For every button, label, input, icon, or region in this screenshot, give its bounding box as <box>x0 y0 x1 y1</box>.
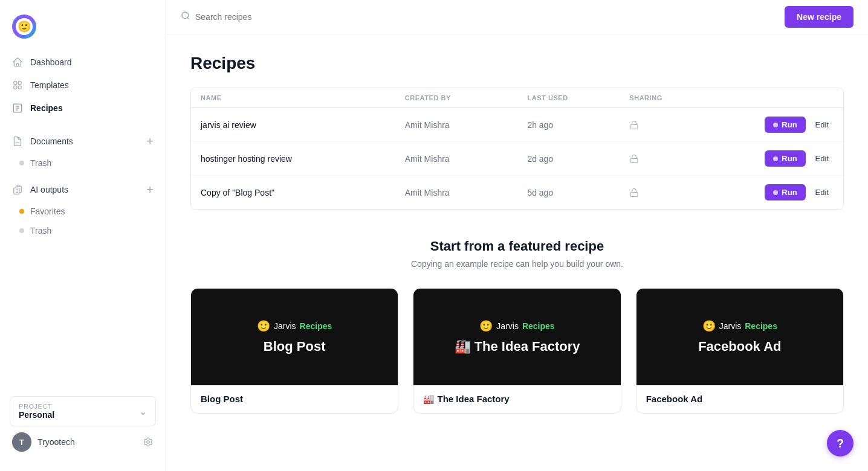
col-last-used: LAST USED <box>527 94 629 101</box>
recipe-date-2: 5d ago <box>527 188 629 197</box>
col-name: NAME <box>201 94 405 101</box>
edit-button-1[interactable]: Edit <box>811 150 834 167</box>
nav-label-documents: Documents <box>30 136 73 146</box>
chevron-down-icon: ⌄ <box>139 406 147 417</box>
card-title-blog-post: Blog Post <box>254 339 335 354</box>
nav-label-dashboard: Dashboard <box>30 57 72 67</box>
user-row: T Tryootech <box>10 426 156 452</box>
card-bottom-blog-post: Blog Post <box>191 385 398 412</box>
logo-face: 🙂 <box>18 20 31 33</box>
avatar: T <box>12 432 31 452</box>
run-button-2[interactable]: Run <box>765 184 805 200</box>
col-sharing: SHARING <box>629 94 731 101</box>
card-brand-3: 🙂 Jarvis Recipes <box>702 319 777 333</box>
card-label-facebook-ad: Facebook Ad <box>646 394 834 404</box>
search-area <box>181 8 777 25</box>
card-image-facebook-ad: 🙂 Jarvis Recipes Facebook Ad <box>636 289 843 385</box>
card-image-idea-factory: 🙂 Jarvis Recipes 🏭 The Idea Factory <box>413 289 620 385</box>
table-row: hostinger hosting review Amit Mishra 2d … <box>191 142 843 176</box>
jarvis-logo-icon-3: 🙂 <box>702 319 716 333</box>
question-mark-icon: ? <box>837 437 844 450</box>
card-title-idea-factory: 🏭 The Idea Factory <box>445 339 590 354</box>
recipe-date-0: 2h ago <box>527 120 629 130</box>
nav-item-documents[interactable]: Documents + <box>0 129 166 153</box>
recipe-name-2: Copy of "Blog Post" <box>201 188 405 197</box>
featured-title: Start from a featured recipe <box>190 239 844 254</box>
card-label-idea-factory: 🏭 The Idea Factory <box>423 394 611 405</box>
card-title-facebook-ad: Facebook Ad <box>688 339 791 354</box>
recipe-creator-0: Amit Mishra <box>405 120 528 130</box>
recipe-sharing-1 <box>629 154 731 164</box>
svg-point-6 <box>182 12 189 19</box>
book-icon <box>12 103 23 114</box>
card-brand-2: 🙂 Jarvis Recipes <box>479 319 554 333</box>
ai-trash-dot <box>19 228 24 233</box>
nav-label-recipes: Recipes <box>30 103 63 113</box>
favorites-dot <box>19 209 24 214</box>
user-name: Tryootech <box>37 437 137 447</box>
home-icon <box>12 57 23 68</box>
search-icon <box>181 11 190 23</box>
recipe-sharing-0 <box>629 120 731 130</box>
featured-card-idea-factory[interactable]: 🙂 Jarvis Recipes 🏭 The Idea Factory 🏭 Th… <box>413 288 621 414</box>
nav-label-ai-trash: Trash <box>30 226 51 236</box>
card-brand: 🙂 Jarvis Recipes <box>257 319 332 333</box>
table-row: Copy of "Blog Post" Amit Mishra 5d ago R… <box>191 176 843 209</box>
nav-item-recipes[interactable]: Recipes <box>0 97 166 120</box>
search-input[interactable] <box>195 12 777 22</box>
featured-subtitle: Copying an example recipe can help you b… <box>190 259 844 269</box>
nav-item-templates[interactable]: Templates <box>0 74 166 97</box>
logo-icon: 🙂 <box>12 14 36 39</box>
card-image-blog-post: 🙂 Jarvis Recipes Blog Post <box>191 289 398 385</box>
edit-button-2[interactable]: Edit <box>811 184 834 200</box>
help-button[interactable]: ? <box>827 430 853 457</box>
col-actions <box>731 94 834 101</box>
nav-sub-favorites[interactable]: Favorites <box>0 202 166 221</box>
settings-icon[interactable] <box>143 437 154 447</box>
table-header: NAME CREATED BY LAST USED SHARING <box>191 88 843 108</box>
grid-icon <box>12 80 23 91</box>
card-bottom-idea-factory: 🏭 The Idea Factory <box>413 385 620 413</box>
nav-label-templates: Templates <box>30 80 69 90</box>
svg-rect-8 <box>630 158 638 162</box>
nav-item-ai-outputs[interactable]: AI outputs + <box>0 178 166 202</box>
lock-icon <box>629 120 639 130</box>
run-dot <box>773 190 778 195</box>
card-bottom-facebook-ad: Facebook Ad <box>636 385 843 412</box>
featured-card-blog-post[interactable]: 🙂 Jarvis Recipes Blog Post Blog Post <box>190 288 398 414</box>
add-document-button[interactable]: + <box>146 135 154 147</box>
main-nav: Dashboard Templates Recipes <box>0 51 166 120</box>
svg-text:T: T <box>19 438 24 447</box>
ai-outputs-icon <box>12 184 23 195</box>
sidebar: 🙂 Dashboard Templates Recipes <box>0 0 166 471</box>
lock-icon <box>629 188 639 197</box>
featured-section: Start from a featured recipe Copying an … <box>190 239 844 414</box>
sidebar-footer: PROJECT Personal ⌄ T Tryootech <box>0 386 166 461</box>
run-dot <box>773 123 778 127</box>
jarvis-logo-icon-2: 🙂 <box>479 319 493 333</box>
jarvis-logo-icon: 🙂 <box>257 319 270 333</box>
page-title: Recipes <box>190 54 844 73</box>
run-button-0[interactable]: Run <box>765 117 805 133</box>
nav-sub-ai-trash[interactable]: Trash <box>0 221 166 240</box>
nav-label-ai-outputs: AI outputs <box>30 185 68 194</box>
recipe-name-1: hostinger hosting review <box>201 154 405 164</box>
new-recipe-button[interactable]: New recipe <box>785 6 853 28</box>
trash-dot <box>19 161 24 165</box>
recipe-date-1: 2d ago <box>527 154 629 164</box>
col-created: CREATED BY <box>405 94 528 101</box>
nav-sub-documents-trash[interactable]: Trash <box>0 153 166 173</box>
run-button-1[interactable]: Run <box>765 150 805 167</box>
nav-item-dashboard[interactable]: Dashboard <box>0 51 166 74</box>
add-ai-output-button[interactable]: + <box>146 184 154 196</box>
recipe-actions-0: Run Edit <box>731 117 834 133</box>
document-icon <box>12 136 23 147</box>
featured-card-facebook-ad[interactable]: 🙂 Jarvis Recipes Facebook Ad Facebook Ad <box>636 288 844 414</box>
edit-button-0[interactable]: Edit <box>811 117 834 133</box>
project-selector[interactable]: PROJECT Personal ⌄ <box>10 396 156 426</box>
card-label-blog-post: Blog Post <box>201 394 388 404</box>
topbar: New recipe <box>166 0 868 34</box>
nav-label-favorites: Favorites <box>30 207 65 216</box>
project-name: Personal <box>19 410 54 420</box>
main-content: New recipe Recipes NAME CREATED BY LAST … <box>166 0 868 471</box>
